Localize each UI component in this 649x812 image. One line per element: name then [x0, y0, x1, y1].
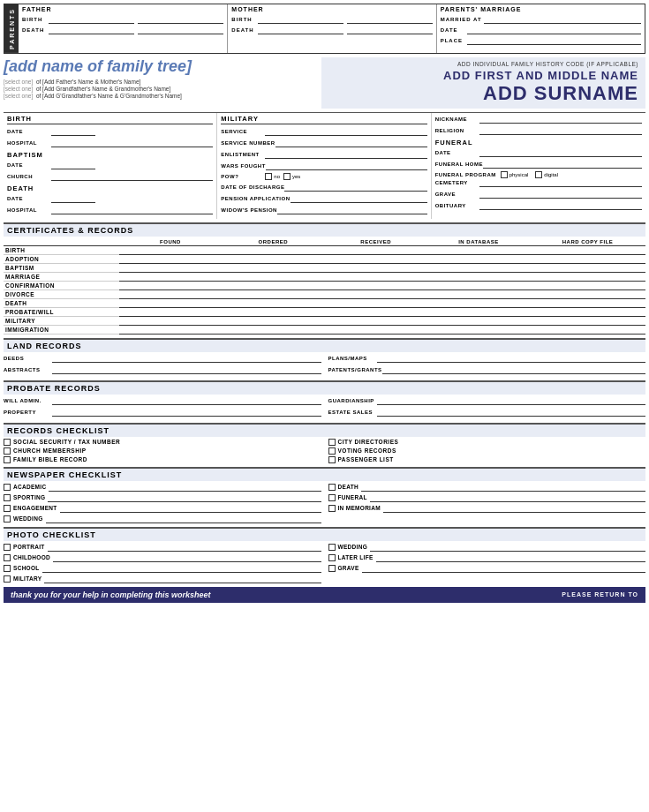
cert-field-cell[interactable] [324, 307, 426, 316]
cert-field-cell[interactable] [427, 254, 530, 263]
pow-yes-box[interactable] [283, 173, 291, 180]
cert-field-cell[interactable] [427, 298, 530, 307]
death-hospital-field[interactable] [51, 206, 213, 214]
cert-field-cell[interactable] [427, 325, 530, 334]
pc-check-3[interactable] [4, 565, 11, 572]
rc-check-r3[interactable] [328, 456, 336, 463]
cert-field-cell[interactable] [222, 272, 324, 281]
marriage-date-field[interactable] [467, 26, 641, 34]
cert-field-cell[interactable] [119, 245, 222, 254]
cert-field-cell[interactable] [324, 263, 426, 272]
cert-field-cell[interactable] [530, 272, 645, 281]
np-check-r1[interactable] [328, 484, 336, 491]
pow-no-checkbox[interactable]: no [265, 173, 280, 180]
grave-field[interactable] [479, 190, 642, 199]
mother-death-field[interactable] [258, 26, 343, 34]
pc-check-4[interactable] [4, 575, 11, 583]
select-2[interactable]: [select one] [4, 86, 33, 92]
discharge-field[interactable] [284, 183, 426, 192]
cert-field-cell[interactable] [427, 263, 530, 272]
cert-field-cell[interactable] [222, 316, 324, 325]
select-1[interactable]: [select one] [4, 79, 33, 85]
pow-yes-checkbox[interactable]: yes [283, 173, 300, 180]
funeral-date-field[interactable] [479, 148, 642, 157]
cert-field-cell[interactable] [324, 289, 426, 298]
pc-field-1[interactable] [48, 543, 321, 552]
cert-field-cell[interactable] [119, 272, 222, 281]
pc-field-3[interactable] [42, 564, 321, 573]
rc-check-r2[interactable] [328, 447, 336, 455]
select-3[interactable]: [select one] [4, 93, 33, 99]
cert-field-cell[interactable] [119, 254, 222, 263]
cert-field-cell[interactable] [222, 307, 324, 316]
father-birth-field[interactable] [49, 15, 134, 24]
np-field-4[interactable] [46, 515, 321, 523]
pc-check-1[interactable] [4, 544, 11, 551]
rc-check-r1[interactable] [328, 439, 336, 446]
patents-grants-field[interactable] [382, 365, 645, 374]
np-field-r3[interactable] [383, 504, 645, 513]
np-check-3[interactable] [4, 505, 11, 512]
pc-check-r2[interactable] [328, 554, 336, 561]
cert-field-cell[interactable] [119, 289, 222, 298]
will-admin-field[interactable] [52, 396, 321, 405]
death-date-field[interactable] [51, 194, 95, 203]
widows-pension-field[interactable] [277, 206, 427, 214]
abstracts-field[interactable] [52, 365, 321, 374]
marriage-place-field[interactable] [467, 36, 641, 45]
cert-field-cell[interactable] [222, 289, 324, 298]
rc-check-1[interactable] [4, 439, 11, 446]
cert-field-cell[interactable] [530, 263, 645, 272]
np-field-r2[interactable] [370, 493, 645, 502]
obituary-field[interactable] [479, 201, 642, 210]
np-field-1[interactable] [49, 483, 321, 492]
cert-field-cell[interactable] [222, 325, 324, 334]
cert-field-cell[interactable] [530, 298, 645, 307]
pow-no-box[interactable] [265, 173, 272, 180]
np-check-r2[interactable] [328, 494, 336, 501]
cert-field-cell[interactable] [530, 289, 645, 298]
mother-birth-field[interactable] [258, 15, 343, 24]
cert-field-cell[interactable] [324, 245, 426, 254]
np-check-r3[interactable] [328, 505, 336, 512]
father-death-field2[interactable] [138, 26, 223, 34]
cert-field-cell[interactable] [530, 325, 645, 334]
pc-field-r2[interactable] [376, 553, 645, 562]
married-at-field[interactable] [484, 15, 641, 24]
pc-field-r1[interactable] [370, 543, 645, 552]
cert-field-cell[interactable] [324, 272, 426, 281]
guardianship-field[interactable] [377, 396, 646, 405]
father-birth-field2[interactable] [138, 15, 223, 24]
father-death-field[interactable] [49, 26, 134, 34]
funeral-home-field[interactable] [483, 160, 642, 169]
pension-field[interactable] [291, 194, 427, 203]
religion-field[interactable] [479, 126, 642, 135]
baptism-date-field[interactable] [51, 161, 95, 169]
np-check-1[interactable] [4, 484, 11, 491]
digital-box[interactable] [535, 171, 542, 178]
cert-field-cell[interactable] [119, 325, 222, 334]
cert-field-cell[interactable] [119, 298, 222, 307]
cert-field-cell[interactable] [324, 325, 426, 334]
cert-field-cell[interactable] [222, 281, 324, 289]
cert-field-cell[interactable] [119, 263, 222, 272]
cert-field-cell[interactable] [530, 281, 645, 289]
service-field[interactable] [265, 127, 426, 136]
np-check-2[interactable] [4, 494, 11, 501]
rc-check-3[interactable] [4, 456, 11, 463]
wars-fought-field[interactable] [266, 162, 427, 170]
cert-field-cell[interactable] [324, 316, 426, 325]
mother-birth-field2[interactable] [347, 15, 433, 24]
digital-checkbox[interactable]: digital [535, 171, 558, 178]
cemetery-field[interactable] [479, 178, 642, 187]
cert-field-cell[interactable] [222, 298, 324, 307]
cert-field-cell[interactable] [427, 272, 530, 281]
cert-field-cell[interactable] [324, 298, 426, 307]
rc-check-2[interactable] [4, 447, 11, 455]
cert-field-cell[interactable] [222, 254, 324, 263]
cert-field-cell[interactable] [530, 316, 645, 325]
pc-field-4[interactable] [44, 575, 321, 583]
physical-box[interactable] [501, 171, 508, 178]
cert-field-cell[interactable] [222, 245, 324, 254]
cert-field-cell[interactable] [530, 245, 645, 254]
